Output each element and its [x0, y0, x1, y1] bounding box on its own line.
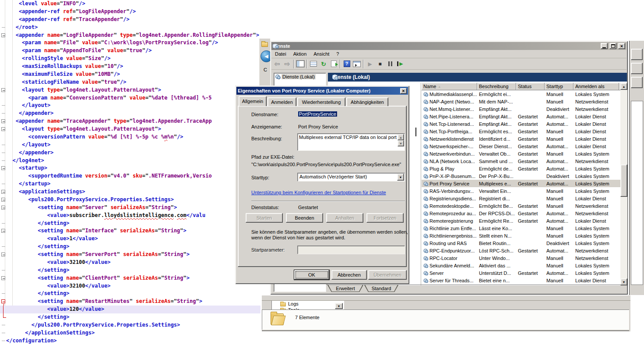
- column-header-name[interactable]: Name▲: [422, 83, 477, 90]
- fold-marker[interactable]: [1, 166, 5, 170]
- fold-marker[interactable]: [1, 253, 5, 256]
- menu-item-datei[interactable]: Datei: [271, 50, 290, 57]
- help-icon[interactable]: ?: [343, 60, 351, 68]
- list-scrollbar[interactable]: ▲ ▼: [620, 83, 627, 285]
- fold-marker[interactable]: [2, 341, 5, 341]
- column-header-starttyp[interactable]: Starttyp: [545, 83, 574, 90]
- refresh-icon[interactable]: ↻: [320, 60, 327, 68]
- service-row[interactable]: Remoteprozedur au...Der RPCSS-Di...Gesta…: [422, 210, 620, 217]
- fold-marker[interactable]: [1, 127, 5, 131]
- close-icon[interactable]: ×: [618, 43, 625, 49]
- starttyp-combobox[interactable]: Automatisch (Verzögerter Start) ▼: [297, 173, 405, 181]
- maximize-button[interactable]: [609, 43, 616, 49]
- beenden-button[interactable]: Beenden: [286, 213, 323, 223]
- service-row[interactable]: Remotedesktopdie...Ermöglicht Be...Gesta…: [422, 202, 620, 210]
- view-tab-standard[interactable]: Standard: [364, 285, 398, 292]
- service-row[interactable]: RPC-LocatorUnter Windo...ManuellNetzwerk…: [422, 254, 620, 262]
- chevron-down-icon[interactable]: ▼: [397, 174, 404, 181]
- scrollbar-thumb[interactable]: [620, 164, 627, 197]
- tree-item-dienste-lokal[interactable]: Dienste (Lokal): [274, 73, 326, 80]
- fold-marker[interactable]: [2, 333, 5, 333]
- service-row[interactable]: ServerUnterstützt D...GestartetAutomat..…: [422, 269, 620, 277]
- stop-service-icon[interactable]: ■: [376, 60, 384, 68]
- column-header-status[interactable]: Status: [516, 83, 545, 90]
- service-row[interactable]: Netzwerkverbindun...Verwaltet Ob...Gesta…: [422, 150, 620, 157]
- fold-marker[interactable]: [2, 113, 5, 114]
- beschreibung-box[interactable]: Multiplexes external TCP/IP data on loca…: [297, 133, 405, 151]
- fold-marker[interactable]: [2, 153, 5, 153]
- service-row[interactable]: NetzwerklistendienstIdentifiziert d...Ge…: [422, 135, 620, 142]
- fortsetzen-button[interactable]: Fortsetzen: [366, 213, 404, 223]
- anhalten-button[interactable]: Anhalten: [326, 213, 363, 223]
- scroll-down-icon[interactable]: ▼: [398, 140, 404, 146]
- service-row[interactable]: Net.Msmq-Listener...Empfängt Akt...Deakt…: [422, 105, 620, 113]
- service-row[interactable]: Net.Tcp-Listenerad...Empfängt Akt...Gest…: [422, 120, 620, 128]
- service-row[interactable]: Routing und RASBietet Routin...Deaktivie…: [422, 239, 620, 247]
- fold-marker[interactable]: [2, 105, 5, 106]
- back-icon[interactable]: ⇦: [273, 60, 281, 68]
- forward-icon[interactable]: ⇨: [283, 60, 291, 68]
- menu-item-aktion[interactable]: Aktion: [290, 50, 310, 57]
- service-row[interactable]: Richtlinienergebniss...Stellt einen N...…: [422, 232, 620, 239]
- menu-item-?[interactable]: ?: [333, 50, 342, 57]
- properties-icon[interactable]: [310, 60, 317, 68]
- service-row[interactable]: PnP-X-IP-Busenum...Der PnP-X-Bu...Deakti…: [422, 172, 620, 180]
- service-row[interactable]: Richtlinie zum Entfe...Lässt eine Ko...M…: [422, 224, 620, 232]
- tab-allgemein[interactable]: Allgemein: [239, 96, 267, 106]
- uebernehmen-button[interactable]: Übernehmen: [368, 270, 407, 280]
- startoptionen-link[interactable]: Unterstützung beim Konfigurieren der Sta…: [251, 190, 386, 195]
- folder-tree-fragment[interactable]: LogsTools: [271, 301, 344, 309]
- service-row[interactable]: NAP-Agent (Netwo...Mit dem NAP-...Manuel…: [422, 98, 620, 105]
- fold-marker[interactable]: [1, 276, 5, 280]
- fold-marker[interactable]: [1, 229, 5, 233]
- fold-marker[interactable]: [1, 88, 5, 92]
- close-icon[interactable]: ×: [400, 88, 407, 94]
- fold-marker-red[interactable]: [1, 299, 5, 303]
- starten-button[interactable]: Starten: [246, 213, 283, 223]
- menu-item-ansicht[interactable]: Ansicht: [310, 50, 333, 57]
- fold-marker[interactable]: [2, 223, 5, 224]
- fold-marker[interactable]: [2, 270, 5, 270]
- fold-marker[interactable]: [2, 246, 5, 247]
- dialog-title-bar[interactable]: Eigenschaften von Port Proxy Service (Lo…: [236, 87, 408, 95]
- show-console-tree-icon[interactable]: [296, 60, 304, 68]
- service-row[interactable]: Netzwerkspeicher-...Dieser Dienst...Gest…: [422, 142, 620, 150]
- fold-marker[interactable]: [2, 160, 5, 161]
- restart-service-icon[interactable]: ▶: [396, 60, 404, 68]
- service-row[interactable]: RemoteregistrierungErmöglicht Re...Gesta…: [422, 217, 620, 224]
- service-row[interactable]: RAS-Verbindungsv...Verwaltet Ein...Manue…: [422, 187, 620, 195]
- scroll-up-icon[interactable]: ▲: [620, 83, 627, 90]
- service-row[interactable]: Registrierungsdiens...Registriert di...M…: [422, 195, 620, 202]
- minimize-button[interactable]: [601, 43, 608, 49]
- tab-abhaengigkeiten[interactable]: Abhängigkeiten: [346, 97, 388, 106]
- pause-service-icon[interactable]: [386, 60, 394, 68]
- fold-marker[interactable]: [2, 145, 5, 145]
- export-list-icon[interactable]: [330, 60, 338, 68]
- start-service-icon[interactable]: ▶: [366, 60, 374, 68]
- back-icon[interactable]: ◀: [260, 50, 270, 62]
- service-row[interactable]: RPC-Endpunktzuor...Löst RPC-Sch...Gestar…: [422, 247, 620, 254]
- fold-marker[interactable]: [2, 325, 5, 325]
- fold-marker[interactable]: [2, 293, 5, 294]
- service-row[interactable]: Net.Pipe-Listenera...Empfängt Akt...Gest…: [422, 113, 620, 120]
- service-row[interactable]: Server für Threads...Bietet eine n...Man…: [422, 277, 620, 284]
- fold-marker[interactable]: [2, 184, 5, 184]
- service-row[interactable]: Sekundäre Anmeld...Aktiviert das ...Manu…: [422, 262, 620, 269]
- column-header-beschreibung[interactable]: Beschreibung: [477, 83, 516, 90]
- service-row[interactable]: Multimediaklassenpl...Ermöglicht ei...Ma…: [422, 90, 620, 98]
- chevron-down-icon[interactable]: ▼: [335, 303, 343, 309]
- services-title-bar[interactable]: Dienste ×: [271, 42, 626, 50]
- abbrechen-button[interactable]: Abbrechen: [331, 270, 367, 280]
- dienstname-value[interactable]: PortProxyService: [298, 111, 337, 117]
- startparameter-input[interactable]: [297, 245, 405, 254]
- fold-marker[interactable]: [1, 206, 5, 210]
- service-row[interactable]: Plug & PlayErmöglicht de...GestartetAuto…: [422, 165, 620, 172]
- extended-view-icon[interactable]: [353, 60, 361, 68]
- fold-marker[interactable]: [1, 33, 5, 37]
- view-tab-erweitert[interactable]: Erweitert: [327, 285, 363, 292]
- tree-item[interactable]: Logs: [272, 301, 344, 307]
- service-row[interactable]: Port Proxy ServiceMultiplexes e...Gestar…: [422, 180, 620, 187]
- service-row[interactable]: Net.Tcp-Portfreiga...Ermöglicht es...Ges…: [422, 128, 620, 135]
- column-header-anmelden-als[interactable]: Anmelden als: [574, 83, 619, 90]
- scroll-up-icon[interactable]: ▲: [398, 134, 404, 140]
